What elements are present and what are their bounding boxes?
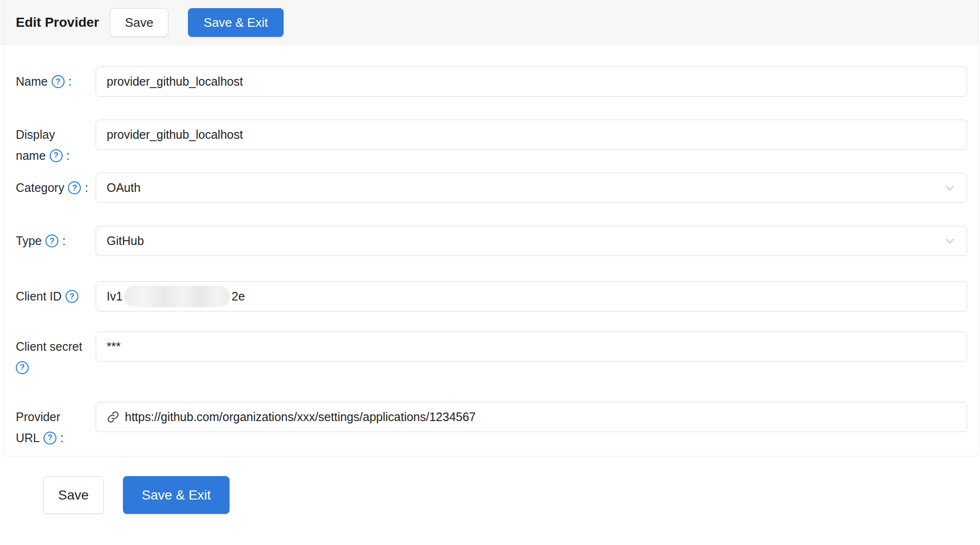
type-select[interactable]: GitHub <box>96 226 967 256</box>
name-input[interactable] <box>96 67 967 97</box>
category-label: Category ? : <box>16 173 88 203</box>
category-select[interactable]: OAuth <box>96 173 967 203</box>
help-icon[interactable]: ? <box>50 149 63 162</box>
label-colon: : <box>66 149 70 163</box>
help-icon[interactable]: ? <box>44 432 56 445</box>
label-colon: : <box>85 181 88 195</box>
client-secret-label: Client secret ? <box>16 336 82 378</box>
link-icon <box>107 411 120 423</box>
label-colon: : <box>60 431 64 445</box>
help-icon[interactable]: ? <box>52 75 65 88</box>
edit-provider-page: Edit Provider Save Save & Exit Name ? : … <box>0 0 980 545</box>
help-icon[interactable]: ? <box>16 361 29 374</box>
client-id-redacted-blur <box>124 286 230 307</box>
label-colon: : <box>68 75 72 89</box>
type-selected-value: GitHub <box>107 234 144 248</box>
display-name-label: Display name ? : <box>16 124 70 166</box>
help-icon[interactable]: ? <box>66 290 78 303</box>
header-save-button[interactable]: Save <box>110 8 168 37</box>
category-selected-value: OAuth <box>107 181 141 195</box>
provider-url-label: Provider URL ? : <box>16 406 64 448</box>
provider-url-input[interactable]: https://github.com/organizations/xxx/set… <box>96 402 967 432</box>
client-id-input[interactable]: Iv1 2e <box>96 281 967 311</box>
help-icon[interactable]: ? <box>45 234 58 247</box>
label-colon: : <box>62 234 66 248</box>
name-label: Name ? : <box>16 67 72 97</box>
page-title: Edit Provider <box>16 0 99 44</box>
client-secret-input[interactable] <box>96 332 967 362</box>
chevron-down-icon <box>944 235 956 247</box>
client-id-label: Client ID ? <box>16 281 78 311</box>
help-icon[interactable]: ? <box>68 181 81 194</box>
type-label: Type ? : <box>16 226 66 256</box>
display-name-input[interactable] <box>96 120 967 150</box>
footer-save-exit-button[interactable]: Save & Exit <box>123 476 230 514</box>
chevron-down-icon <box>944 182 956 194</box>
provider-url-text: https://github.com/organizations/xxx/set… <box>125 410 476 424</box>
client-id-suffix: 2e <box>231 289 245 303</box>
header-save-exit-button[interactable]: Save & Exit <box>188 8 284 37</box>
footer-save-button[interactable]: Save <box>43 476 104 514</box>
client-id-prefix: Iv1 <box>107 289 122 303</box>
